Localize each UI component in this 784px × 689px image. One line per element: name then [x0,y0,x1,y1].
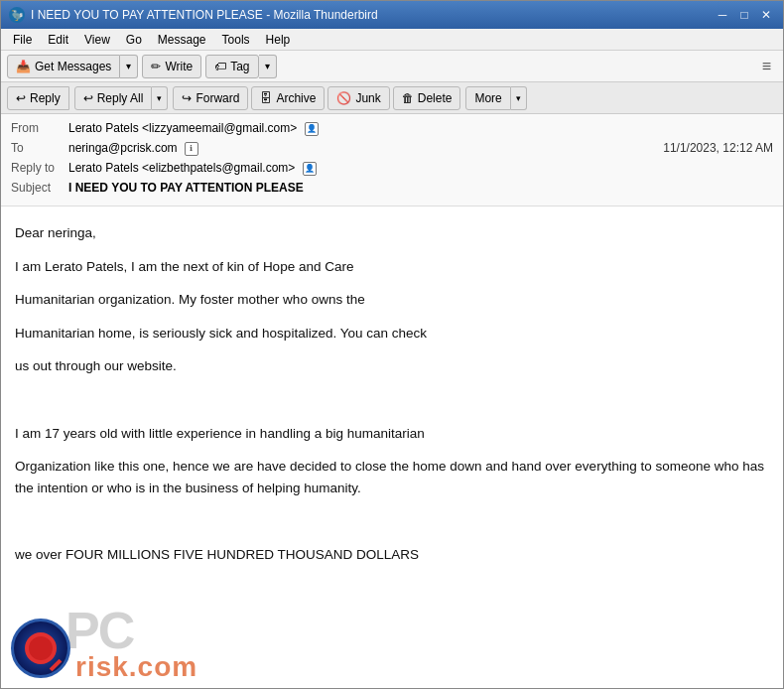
forward-icon: ↪ [182,91,192,105]
watermark: PC risk.com [1,609,767,688]
to-row: To neringa@pcrisk.com ℹ 11/1/2023, 12:12… [11,140,773,160]
reply-all-button[interactable]: ↩ Reply All [74,86,153,110]
email-date: 11/1/2023, 12:12 AM [663,141,773,155]
hamburger-button[interactable]: ≡ [756,56,777,77]
watermark-logo-circle [11,619,70,678]
reply-all-icon: ↩ [83,91,93,105]
write-icon: ✏ [151,60,161,73]
get-messages-icon: 📥 [16,60,31,73]
body-spacer2 [15,510,767,532]
close-button[interactable]: ✕ [757,6,775,24]
menu-help[interactable]: Help [258,31,299,49]
reply-button[interactable]: ↩ Reply [7,86,69,110]
app-icon: 🦤 [9,7,25,23]
reply-to-address: Lerato Patels <elizbethpatels@gmail.com> [68,161,295,175]
tag-button[interactable]: 🏷 Tag [205,55,258,78]
body-para2: Humanitarian organization. My foster mot… [15,289,767,311]
junk-button[interactable]: 🚫 Junk [327,86,389,110]
reply-all-group: ↩ Reply All ▾ [74,86,169,110]
delete-label: Delete [418,91,453,105]
reply-to-label: Reply to [11,161,68,175]
tag-dropdown[interactable]: ▾ [259,55,277,78]
reply-icon: ↩ [16,91,26,105]
window-controls: ─ □ ✕ [714,6,775,24]
to-value: neringa@pcrisk.com ℹ [68,141,663,156]
more-chevron-icon: ▾ [516,93,521,103]
more-button[interactable]: More [465,86,510,110]
to-addressbook-icon[interactable]: ℹ [185,142,198,156]
main-toolbar: 📥 Get Messages ▾ ✏ Write 🏷 Tag ▾ ≡ [1,51,783,82]
forward-button[interactable]: ↪ Forward [173,86,248,110]
menu-go[interactable]: Go [118,31,150,49]
body-greeting: Dear neringa, [15,222,767,244]
tag-group: 🏷 Tag ▾ [205,55,276,78]
reply-all-chevron-icon: ▾ [157,93,162,103]
watermark-pc-text: PC [65,609,133,660]
get-messages-button[interactable]: 📥 Get Messages [7,55,120,78]
from-addressbook-icon[interactable]: 👤 [305,122,319,136]
reply-to-value: Lerato Patels <elizbethpatels@gmail.com>… [68,161,773,176]
more-label: More [474,91,501,105]
menu-file[interactable]: File [5,31,40,49]
archive-icon: 🗄 [260,91,272,105]
thunderbird-window: 🦤 I NEED YOU TO PAY ATTENTION PLEASE - M… [0,0,784,689]
body-para1: I am Lerato Patels, I am the next of kin… [15,256,767,278]
chevron-down-icon: ▾ [126,61,131,71]
body-para7: we over FOUR MILLIONS FIVE HUNDRED THOUS… [15,544,767,566]
from-label: From [11,121,68,135]
reply-all-dropdown[interactable]: ▾ [152,86,168,110]
reply-to-row: Reply to Lerato Patels <elizbethpatels@g… [11,160,773,180]
from-row: From Lerato Patels <lizzyameemail@gmail.… [11,120,773,140]
watermark-magnify-icon [25,632,57,664]
tag-chevron-icon: ▾ [265,61,270,71]
email-header: From Lerato Patels <lizzyameemail@gmail.… [1,114,783,207]
email-body-scroll[interactable]: Dear neringa, I am Lerato Patels, I am t… [1,207,783,688]
from-value: Lerato Patels <lizzyameemail@gmail.com> … [68,121,773,136]
menu-message[interactable]: Message [150,31,214,49]
junk-icon: 🚫 [336,91,351,105]
body-para3: Humanitarian home, is seriously sick and… [15,323,767,344]
watermark-risk-text: risk.com [75,651,197,683]
subject-label: Subject [11,181,68,195]
menu-bar: File Edit View Go Message Tools Help [1,29,783,51]
archive-button[interactable]: 🗄 Archive [251,86,325,110]
body-spacer [15,389,767,411]
from-address: Lerato Patels <lizzyameemail@gmail.com> [68,121,297,135]
to-label: To [11,141,68,155]
subject-value: I NEED YOU TO PAY ATTENTION PLEASE [68,181,304,195]
email-body-container: Dear neringa, I am Lerato Patels, I am t… [1,207,783,688]
action-bar: ↩ Reply ↩ Reply All ▾ ↪ Forward 🗄 Archiv… [1,82,783,114]
minimize-button[interactable]: ─ [714,6,731,24]
get-messages-group: 📥 Get Messages ▾ [7,55,138,78]
email-body: Dear neringa, I am Lerato Patels, I am t… [1,207,783,594]
delete-button[interactable]: 🗑 Delete [393,86,461,110]
window-title: I NEED YOU TO PAY ATTENTION PLEASE - Moz… [31,8,714,22]
to-address: neringa@pcrisk.com [68,141,178,155]
title-bar: 🦤 I NEED YOU TO PAY ATTENTION PLEASE - M… [1,1,783,29]
forward-label: Forward [196,91,239,105]
reply-label: Reply [30,91,61,105]
get-messages-dropdown[interactable]: ▾ [120,55,138,78]
write-label: Write [165,60,193,73]
maximize-button[interactable]: □ [735,6,753,24]
more-dropdown[interactable]: ▾ [511,86,527,110]
delete-icon: 🗑 [402,91,414,105]
write-button[interactable]: ✏ Write [142,55,201,78]
body-para4: us out through our website. [15,355,767,377]
tag-label: Tag [230,60,249,73]
menu-tools[interactable]: Tools [214,31,258,49]
body-para6: Organization like this one, hence we are… [15,456,767,498]
get-messages-label: Get Messages [35,60,111,73]
archive-label: Archive [276,91,316,105]
menu-view[interactable]: View [76,31,118,49]
reply-all-label: Reply All [97,91,144,105]
tag-icon: 🏷 [214,60,226,73]
reply-to-addressbook-icon[interactable]: 👤 [303,162,317,176]
junk-label: Junk [355,91,380,105]
subject-row: Subject I NEED YOU TO PAY ATTENTION PLEA… [11,180,773,200]
body-para5: I am 17 years old with little experience… [15,423,767,445]
more-group: More ▾ [465,86,526,110]
menu-edit[interactable]: Edit [40,31,76,49]
